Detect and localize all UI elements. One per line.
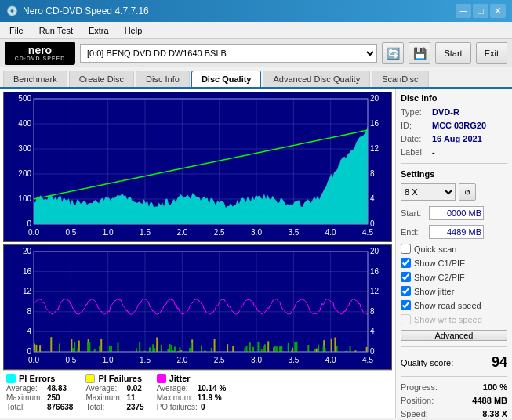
jitter-avg-label: Average: — [157, 384, 194, 393]
divider-1 — [401, 163, 507, 164]
show-jitter-row: Show jitter — [401, 286, 507, 296]
show-c2-pif-checkbox[interactable] — [401, 272, 411, 282]
top-chart — [3, 92, 392, 242]
tab-scandisc[interactable]: ScanDisc — [372, 71, 428, 87]
pi-failures-max-value: 11 — [126, 393, 135, 402]
tab-disc-quality[interactable]: Disc Quality — [191, 71, 262, 87]
start-input[interactable] — [429, 206, 484, 220]
disc-id-label: ID: — [401, 121, 429, 130]
speed-row: 8 X ↺ — [401, 183, 507, 201]
jitter-label: Jitter — [169, 374, 191, 383]
save-icon-button[interactable]: 💾 — [409, 42, 430, 64]
end-input[interactable] — [429, 225, 484, 239]
disc-id-row: ID: MCC 03RG20 — [401, 121, 507, 130]
position-row: Position: 4488 MB — [401, 396, 507, 405]
show-c2-pif-label: Show C2/PIF — [414, 273, 465, 282]
disc-label-label: Label: — [401, 147, 429, 157]
pi-errors-max-label: Maximum: — [6, 393, 44, 402]
main-content: PI Errors Average: 48.83 Maximum: 250 To… — [0, 89, 512, 418]
title-bar: 💿 Nero CD-DVD Speed 4.7.7.16 ─ □ ✕ — [0, 0, 512, 22]
show-c1-pie-checkbox[interactable] — [401, 258, 411, 268]
jitter-max-label: Maximum: — [157, 393, 194, 402]
menu-help[interactable]: Help — [118, 24, 149, 37]
pi-errors-label: PI Errors — [19, 374, 55, 383]
end-label: End: — [401, 227, 426, 237]
tabs: Benchmark Create Disc Disc Info Disc Qua… — [0, 67, 512, 89]
pi-failures-label: PI Failures — [98, 374, 142, 383]
show-jitter-label: Show jitter — [414, 287, 454, 296]
speed-row-progress: Speed: 8.38 X — [401, 409, 507, 418]
position-value: 4488 MB — [472, 396, 507, 405]
quality-score-label: Quality score: — [401, 358, 453, 368]
start-row: Start: — [401, 206, 507, 220]
speed-value: 8.38 X — [482, 409, 507, 418]
progress-row: Progress: 100 % — [401, 382, 507, 392]
exit-button[interactable]: Exit — [476, 42, 507, 64]
drive-select[interactable]: [0:0] BENQ DVD DD DW1640 BSLB — [80, 44, 377, 63]
pi-failures-total-label: Total: — [85, 403, 123, 411]
end-row: End: — [401, 225, 507, 239]
title-icon: 💿 — [6, 5, 18, 16]
disc-info-title: Disc info — [401, 93, 507, 103]
jitter-color — [157, 374, 166, 383]
legend-jitter: Jitter Average: 10.14 % Maximum: 11.9 % … — [157, 374, 227, 411]
show-c2-pif-row: Show C2/PIF — [401, 272, 507, 282]
pi-failures-color — [85, 374, 95, 383]
menu-file[interactable]: File — [3, 24, 30, 37]
legend: PI Errors Average: 48.83 Maximum: 250 To… — [3, 370, 392, 415]
tab-disc-info[interactable]: Disc Info — [136, 71, 190, 87]
pi-failures-avg-label: Average: — [85, 384, 123, 393]
maximize-button[interactable]: □ — [473, 4, 488, 18]
tab-advanced-disc-quality[interactable]: Advanced Disc Quality — [263, 71, 370, 87]
pi-errors-total-label: Total: — [6, 403, 44, 411]
show-c1-pie-row: Show C1/PIE — [401, 258, 507, 268]
title-text: Nero CD-DVD Speed 4.7.7.16 — [23, 5, 149, 16]
bottom-chart — [3, 244, 392, 370]
chart-area: PI Errors Average: 48.83 Maximum: 250 To… — [0, 89, 396, 418]
jitter-max-value: 11.9 % — [198, 393, 222, 402]
show-read-speed-label: Show read speed — [414, 301, 481, 310]
start-button[interactable]: Start — [435, 42, 470, 64]
tab-benchmark[interactable]: Benchmark — [3, 71, 67, 87]
pi-errors-total-value: 876638 — [47, 403, 73, 411]
divider-2 — [401, 346, 507, 347]
disc-type-value: DVD-R — [432, 107, 459, 117]
tab-create-disc[interactable]: Create Disc — [69, 71, 134, 87]
disc-date-row: Date: 16 Aug 2021 — [401, 134, 507, 143]
show-read-speed-row: Show read speed — [401, 300, 507, 310]
pi-errors-avg-label: Average: — [6, 384, 44, 393]
minimize-button[interactable]: ─ — [456, 4, 471, 18]
jitter-po-value: 0 — [201, 403, 205, 411]
show-write-speed-label: Show write speed — [414, 315, 482, 324]
show-jitter-checkbox[interactable] — [401, 286, 411, 296]
toolbar: nero CD·DVD SPEED [0:0] BENQ DVD DD DW16… — [0, 39, 512, 67]
show-write-speed-row: Show write speed — [401, 314, 507, 324]
speed-label: Speed: — [401, 409, 428, 418]
quality-score-value: 94 — [492, 354, 507, 371]
settings-title: Settings — [401, 169, 507, 179]
disc-label-row: Label: - — [401, 147, 507, 157]
disc-date-value: 16 Aug 2021 — [432, 134, 482, 143]
disc-type-row: Type: DVD-R — [401, 107, 507, 117]
show-read-speed-checkbox[interactable] — [401, 300, 411, 310]
menu-run-test[interactable]: Run Test — [33, 24, 79, 37]
speed-select[interactable]: 8 X — [401, 183, 456, 201]
progress-label: Progress: — [401, 382, 438, 392]
quick-scan-checkbox[interactable] — [401, 244, 411, 254]
show-c1-pie-label: Show C1/PIE — [414, 259, 465, 268]
legend-pi-errors: PI Errors Average: 48.83 Maximum: 250 To… — [6, 374, 73, 411]
menu-extra[interactable]: Extra — [82, 24, 115, 37]
right-panel: Disc info Type: DVD-R ID: MCC 03RG20 Dat… — [396, 89, 512, 418]
pi-failures-max-label: Maximum: — [85, 393, 123, 402]
pi-errors-avg-value: 48.83 — [47, 384, 67, 393]
title-bar-controls: ─ □ ✕ — [456, 4, 506, 18]
refresh-icon-button[interactable]: 🔄 — [382, 42, 404, 64]
show-write-speed-checkbox — [401, 314, 411, 324]
close-button[interactable]: ✕ — [490, 4, 506, 18]
jitter-po-label: PO failures: — [157, 403, 198, 411]
quick-scan-label: Quick scan — [414, 244, 456, 254]
position-label: Position: — [401, 396, 434, 405]
quality-score-row: Quality score: 94 — [401, 354, 507, 371]
speed-refresh-button[interactable]: ↺ — [459, 183, 476, 201]
advanced-button[interactable]: Advanced — [401, 330, 507, 341]
